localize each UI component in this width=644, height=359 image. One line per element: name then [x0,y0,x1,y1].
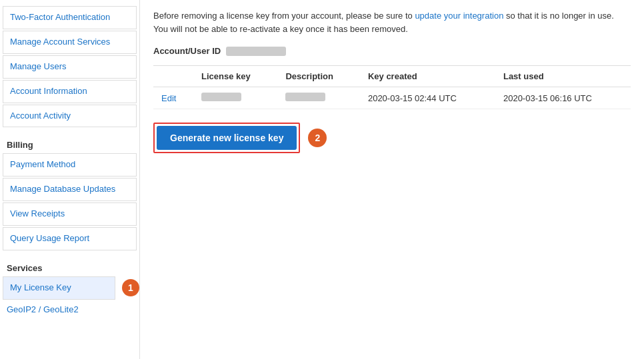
key-created-cell: 2020-03-15 02:44 UTC [360,87,495,109]
billing-section-label: Billing [0,135,139,153]
edit-link[interactable]: Edit [161,93,176,103]
col-header-edit [153,66,193,87]
sidebar-item-account-activity[interactable]: Account Activity [3,105,137,128]
account-user-id-row: Account/User ID [153,46,631,56]
sidebar-item-manage-account-services[interactable]: Manage Account Services [3,31,137,54]
last-used-cell: 2020-03-15 06:16 UTC [495,87,631,109]
step-badge-2: 2 [308,129,327,147]
sidebar-item-payment-method[interactable]: Payment Method [3,153,137,177]
intro-paragraph: Before removing a license key from your … [153,9,631,35]
sidebar-item-my-license-key[interactable]: My License Key [3,276,115,300]
update-integration-link[interactable]: update your integration [415,11,503,21]
footer-link-geoip2[interactable]: GeoIP2 / GeoLite2 [0,300,139,318]
step-badge-1: 1 [122,279,139,296]
col-header-license-key: License key [193,66,277,87]
generate-new-license-key-button[interactable]: Generate new license key [157,126,297,150]
sidebar-item-manage-users[interactable]: Manage Users [3,55,137,79]
account-user-id-value [226,47,286,56]
generate-btn-area: Generate new license key 2 [153,123,631,153]
col-header-last-used: Last used [495,66,631,87]
sidebar-item-query-usage-report[interactable]: Query Usage Report [3,227,137,250]
license-key-blurred [201,93,241,101]
sidebar: Two-Factor Authentication Manage Account… [0,0,140,359]
col-header-key-created: Key created [360,66,495,87]
license-table: License key Description Key created Last… [153,65,631,109]
col-header-description: Description [277,66,360,87]
sidebar-item-two-factor-auth[interactable]: Two-Factor Authentication [3,6,137,29]
description-blurred [285,93,325,101]
sidebar-item-view-receipts[interactable]: View Receipts [3,202,137,226]
main-content: Before removing a license key from your … [140,0,644,359]
services-section-label: Services [0,258,139,276]
table-row: Edit 2020-03-15 02:44 UTC 2020-03-15 06:… [153,87,631,109]
sidebar-item-manage-database-updates[interactable]: Manage Database Updates [3,178,137,201]
sidebar-item-account-information[interactable]: Account Information [3,80,137,103]
generate-btn-wrapper: Generate new license key [153,123,300,153]
